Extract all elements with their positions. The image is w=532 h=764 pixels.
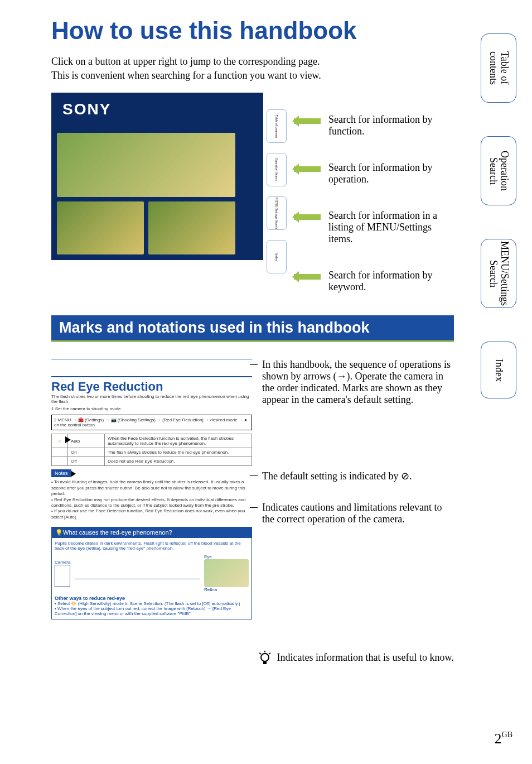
sample-page: Red Eye Reduction The flash strobes two … [51,359,252,666]
sample-step-2: 2 MENU → 🧰 (Settings) → 📷 (Shooting Sett… [51,415,252,430]
check-icon: ✓ [52,434,68,448]
sample-photo [57,201,144,254]
bulb-icon [258,651,272,666]
intro-line-1: Click on a button at upper right to jump… [51,56,320,67]
marks-figure: Red Eye Reduction The flash strobes two … [51,359,454,666]
page: How to use this handbook Click on a butt… [0,0,532,764]
arrow-descriptions: Search for information by function. Sear… [292,93,454,293]
tab-menu-settings-search[interactable]: MENU/Settings Search [481,239,516,308]
arrow-desc-menu: Search for information in a listing of M… [292,210,454,245]
sample-step-1: 1 Set the camera to shooting mode. [51,406,252,411]
option-desc: When the Face Detection function is acti… [105,434,252,448]
intro-line-2: This is convenient when searching for a … [51,70,321,81]
sample-photo [148,201,235,254]
table-row: ✓ Auto When the Face Detection function … [52,434,252,448]
arrow-desc-function: Search for information by function. [292,114,454,137]
option-name: On [68,448,105,457]
notes-list: • To avoid blurring of images, hold the … [51,477,252,522]
svg-point-0 [261,654,269,661]
tab-table-of-contents[interactable]: Table of contents [481,33,516,103]
sample-thumbnails [57,133,235,254]
callout-tip: Indicates information that is useful to … [258,651,454,666]
sony-logo: SONY [51,93,263,123]
option-name: Auto [68,434,105,448]
check-icon: ⊘ [401,470,409,482]
tip-heading: 💡What causes the red-eye phenomenon? [52,527,252,538]
diagram-eye: Eye Retina [204,554,249,592]
overview-figure: SONY Table of contents Operation Search … [51,93,454,293]
content-column: How to use this handbook Click on a butt… [0,0,532,666]
svg-line-4 [269,653,270,654]
section-heading: Marks and notations used in this handboo… [51,315,454,342]
intro-text: Click on a button at upper right to jump… [51,55,454,83]
sample-title: Red Eye Reduction [51,376,252,394]
callout-cautions: Indicates cautions and limitations relev… [258,502,454,525]
table-row: Off Does not use Red Eye Reduction. [52,457,252,466]
page-title: How to use this handbook [51,17,454,45]
table-row: On The flash always strobes to reduce th… [52,448,252,457]
svg-rect-1 [263,661,267,664]
callout-sequence: In this handbook, the sequence of operat… [258,359,454,406]
mini-tab-column: Table of contents Operation Search MENU/… [263,93,292,293]
other-ways-items: • Select 🔆 (High Sensitivity) mode in Sc… [55,601,249,616]
other-ways-title: Other ways to reduce red-eye [55,595,249,601]
mini-tab-toc[interactable]: Table of contents [267,109,287,143]
diagram-camera: Camera [55,560,70,587]
tip-box: 💡What causes the red-eye phenomenon? Pup… [51,527,252,619]
sample-table: ✓ Auto When the Face Detection function … [51,434,252,466]
arrow-desc-index: Search for information by keyword. [292,270,454,293]
sample-lede: The flash strobes two or more times befo… [51,394,252,404]
mini-tab-index[interactable]: Index [267,240,287,273]
tip-diagram: Camera Eye Retina [55,554,249,592]
tab-index[interactable]: Index [481,342,516,398]
option-name: Off [68,457,105,466]
tip-body: Pupils become dilated in dark environmen… [52,538,252,619]
svg-line-3 [259,653,261,654]
callouts: In this handbook, the sequence of operat… [258,359,454,666]
option-desc: The flash always strobes to reduce the r… [105,448,252,457]
option-desc: Does not use Red Eye Reduction. [105,457,252,466]
notes-badge: Notes [51,469,71,477]
page-number: 2GB [495,731,512,747]
sample-photo [57,133,235,197]
arrow-desc-operation: Search for information by operation. [292,162,454,185]
sample-cover: SONY [51,93,263,260]
callout-default: The default setting is indicated by ⊘. [258,470,454,482]
tab-operation-search[interactable]: Operation Search [481,136,516,205]
side-tabs: Table of contents Operation Search MENU/… [481,33,516,398]
mini-tab-menu[interactable]: MENU/Settings Search [267,196,287,230]
bulb-icon: 💡 [55,529,63,536]
notes-row: Notes [51,469,252,477]
mini-tab-operation[interactable]: Operation Search [267,153,287,186]
